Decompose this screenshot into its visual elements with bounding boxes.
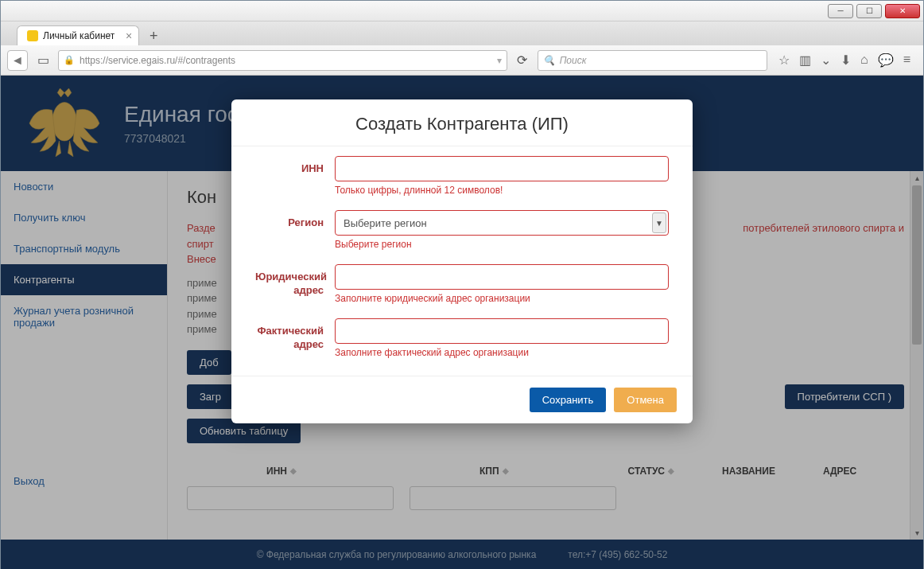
minimize-button[interactable]: ─ xyxy=(828,4,853,18)
chevron-down-icon: ▼ xyxy=(652,212,666,233)
search-placeholder: Поиск xyxy=(560,55,587,66)
download-icon[interactable]: ⬇ xyxy=(841,53,851,68)
tab-close-icon[interactable]: × xyxy=(126,29,132,42)
save-button[interactable]: Сохранить xyxy=(530,388,607,412)
reader-icon[interactable]: ▥ xyxy=(799,53,811,68)
label-region: Регион xyxy=(255,210,335,230)
create-contragent-modal: Создать Контрагента (ИП) ИНН Только цифр… xyxy=(231,99,693,423)
maximize-button[interactable]: ☐ xyxy=(856,4,882,18)
search-bar[interactable]: 🔍 Поиск xyxy=(538,50,767,71)
modal-footer: Сохранить Отмена xyxy=(231,376,693,423)
input-actual-addr[interactable] xyxy=(335,318,669,344)
select-region-placeholder: Выберите регион xyxy=(344,217,427,229)
modal-overlay: Создать Контрагента (ИП) ИНН Только цифр… xyxy=(1,76,923,569)
reload-button[interactable]: ⟳ xyxy=(512,50,533,71)
browser-tab[interactable]: Личный кабинет × xyxy=(17,25,139,45)
input-inn[interactable] xyxy=(335,156,669,181)
bookmark-icon[interactable]: ☆ xyxy=(778,53,790,68)
identity-icon[interactable]: ▭ xyxy=(33,50,53,71)
error-actual-addr: Заполните фактический адрес организации xyxy=(335,347,669,358)
url-text: https://service.egais.ru/#/contragents xyxy=(80,55,235,66)
window-titlebar: ─ ☐ ✕ xyxy=(1,1,923,21)
page: Единая гос 7737048021 Новости Получить к… xyxy=(1,76,923,569)
lock-icon: 🔒 xyxy=(64,55,75,65)
close-window-button[interactable]: ✕ xyxy=(885,4,920,18)
browser-window: ─ ☐ ✕ Личный кабинет × + ◄ ▭ 🔒 https://s… xyxy=(0,0,924,569)
new-tab-button[interactable]: + xyxy=(144,26,163,45)
tab-strip: Личный кабинет × + xyxy=(1,21,923,45)
modal-body: ИНН Только цифры, длинной 12 символов! Р… xyxy=(231,146,693,376)
browser-toolbar: ◄ ▭ 🔒 https://service.egais.ru/#/contrag… xyxy=(1,45,923,76)
toolbar-icons: ☆ ▥ ⌄ ⬇ ⌂ 💬 ≡ xyxy=(772,53,917,68)
modal-title: Создать Контрагента (ИП) xyxy=(231,99,693,146)
label-inn: ИНН xyxy=(255,156,335,176)
tab-title: Личный кабинет xyxy=(43,30,115,41)
home-icon[interactable]: ⌂ xyxy=(860,53,868,68)
error-legal-addr: Заполните юридический адрес организации xyxy=(335,293,669,304)
cancel-button[interactable]: Отмена xyxy=(614,388,677,412)
favicon-icon xyxy=(27,30,38,41)
error-inn: Только цифры, длинной 12 символов! xyxy=(335,185,669,196)
dropdown-icon[interactable]: ▾ xyxy=(497,55,502,66)
label-legal-addr: Юридический адрес xyxy=(255,264,335,298)
chat-icon[interactable]: 💬 xyxy=(878,53,894,68)
pocket-icon[interactable]: ⌄ xyxy=(821,53,831,68)
url-bar[interactable]: 🔒 https://service.egais.ru/#/contragents… xyxy=(58,50,507,71)
search-icon: 🔍 xyxy=(543,55,555,66)
label-actual-addr: Фактический адрес xyxy=(255,318,335,352)
back-button[interactable]: ◄ xyxy=(7,50,28,71)
select-region[interactable]: Выберите регион ▼ xyxy=(335,210,669,236)
menu-icon[interactable]: ≡ xyxy=(903,53,910,68)
input-legal-addr[interactable] xyxy=(335,264,669,290)
error-region: Выберите регион xyxy=(335,239,669,250)
